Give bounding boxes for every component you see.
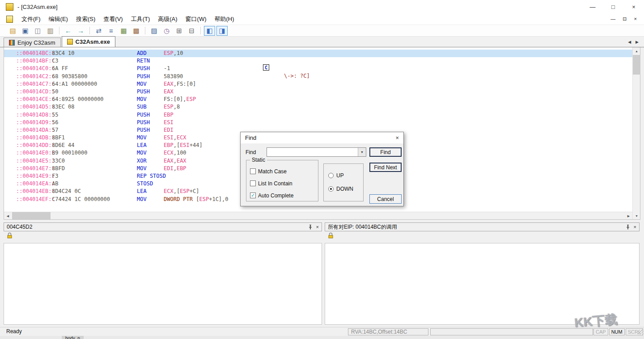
mnemonic: PUSH <box>137 126 150 134</box>
radio-down[interactable]: DOWN <box>324 182 363 196</box>
disasm-row[interactable]: ::004014C7::64:A1 00000000MOVEAX,FS:[0] <box>4 80 632 88</box>
mnemonic: PUSH <box>137 111 150 119</box>
radio-circle[interactable] <box>328 186 334 192</box>
tabbar: Enjoy C32asmC32Asm.exe ◀ ▶ <box>0 37 644 47</box>
opcode-bytes: 8D4C24 0C <box>52 188 81 195</box>
disasm-row[interactable]: ::004014D8::55PUSHEBP <box>4 111 632 119</box>
disasm-row[interactable]: ::004014D5::83EC 08SUBESP,8 <box>4 103 632 111</box>
tab-prev-icon[interactable]: ◀ <box>628 40 631 44</box>
maximize-button[interactable]: □ <box>603 0 623 13</box>
toolbar-chart-icon[interactable]: ▨ <box>148 26 160 36</box>
toolbar-list-icon[interactable]: ≡ <box>106 26 117 36</box>
pin-icon[interactable] <box>626 225 630 230</box>
close-icon[interactable]: × <box>316 224 319 230</box>
tab-c32asm-exe[interactable]: C32Asm.exe <box>62 36 115 47</box>
find-input[interactable] <box>267 148 358 156</box>
opcode-bytes: 50 <box>52 88 58 96</box>
scroll-down-icon[interactable]: ▼ <box>633 212 640 219</box>
close-button[interactable]: × <box>623 0 644 13</box>
tab-nav: ◀ ▶ <box>628 40 644 44</box>
menu-item[interactable]: 工具(T) <box>127 13 154 25</box>
disasm-row[interactable]: ::004014CD::50PUSHEAX <box>4 88 632 96</box>
checkbox-list-in-contain[interactable]: List In Contain <box>246 177 318 189</box>
mdi-close-button[interactable]: × <box>634 16 637 22</box>
disasm-row[interactable]: ::004014C0::6A FFPUSH-1 <box>4 65 632 72</box>
scroll-right-icon[interactable]: ▶ <box>625 212 632 220</box>
mdi-minimize-button[interactable]: — <box>610 16 615 22</box>
toolbar-save-icon[interactable]: ▣ <box>20 26 31 36</box>
pin-icon[interactable] <box>308 225 313 230</box>
checkbox-auto-complete[interactable]: ✓Auto Complete <box>246 189 318 201</box>
dialog-close-icon[interactable]: × <box>395 134 399 141</box>
menu-item[interactable]: 编辑(E) <box>45 13 72 25</box>
toolbar-open-icon[interactable]: ▤ <box>7 26 18 36</box>
dialog-titlebar[interactable]: Find × <box>241 132 403 143</box>
checkbox-list: Match CaseList In Contain✓Auto Complete <box>246 165 318 201</box>
menu-item[interactable]: 文件(F) <box>17 13 45 25</box>
menu-item[interactable]: 查看(V) <box>99 13 127 25</box>
dock-content[interactable] <box>4 243 322 325</box>
menu-item[interactable]: 搜索(S) <box>72 13 99 25</box>
find-button[interactable]: Find <box>369 147 402 157</box>
radio-up[interactable]: UP <box>324 169 363 182</box>
toolbar-hex-view-icon[interactable]: ▦ <box>118 26 129 36</box>
minimize-button[interactable]: — <box>582 0 603 13</box>
toolbar-panel-icon[interactable]: ⊟ <box>186 26 197 36</box>
mnemonic: MOV <box>137 96 147 103</box>
vertical-scrollbar[interactable]: ▲ ▼ <box>632 47 640 219</box>
checkbox-box[interactable]: ✓ <box>250 193 256 198</box>
direction-group: UPDOWN <box>323 163 364 201</box>
toolbar-stamp-icon[interactable]: ▥ <box>45 26 56 36</box>
disasm-row[interactable]: ::004014D9::56PUSHESI <box>4 119 632 126</box>
toolbar-split-horizontal-icon[interactable]: ◧ <box>204 26 215 36</box>
cancel-button[interactable]: Cancel <box>369 194 402 204</box>
dock-header[interactable]: 004C45D2 × <box>4 222 322 231</box>
resize-grip[interactable] <box>638 330 644 335</box>
address: ::004014D8:: <box>16 111 55 119</box>
toolbar-fill-icon[interactable]: ▩ <box>131 26 142 36</box>
mdi-restore-button[interactable]: ⊡ <box>623 16 627 22</box>
partial-text: body_n <box>62 336 84 339</box>
radio-circle[interactable] <box>328 173 334 178</box>
combo-dropdown-icon[interactable]: ▼ <box>358 148 366 156</box>
toolbar-forward-icon[interactable]: → <box>75 26 86 36</box>
toolbar-goto-icon[interactable]: ⇄ <box>93 26 104 36</box>
operands: EDI,EBP <box>164 165 186 172</box>
menu-item[interactable]: 高级(A) <box>154 13 181 25</box>
disasm-row[interactable]: ::004014C2::68 90385800PUSH583890 <box>4 73 632 80</box>
opcode-bytes: AB <box>52 180 58 188</box>
checkbox-match-case[interactable]: Match Case <box>246 165 318 177</box>
find-combobox[interactable]: ▼ <box>267 147 366 157</box>
opcode-bytes: 8BFD <box>52 165 65 172</box>
menu-item[interactable]: 窗口(W) <box>182 13 211 25</box>
horizontal-scrollbar[interactable]: ◀ ▶ <box>4 212 632 219</box>
menu-item[interactable]: 帮助(H) <box>211 13 238 25</box>
scroll-up-icon[interactable]: ▲ <box>633 47 640 54</box>
toolbar-split-vertical-icon[interactable]: ◨ <box>216 26 228 36</box>
tab-enjoy-c32asm[interactable]: Enjoy C32asm <box>4 38 61 47</box>
close-icon[interactable]: × <box>634 224 636 230</box>
toolbar-clock-icon[interactable]: ◷ <box>161 26 172 36</box>
radio-label: UP <box>336 172 344 179</box>
disasm-row[interactable]: ::004014CE::64:8925 00000000MOVFS:[0],ES… <box>4 96 632 103</box>
rva-offset-text: RVA:14BC,Offset:14BC <box>351 329 407 335</box>
find-next-button[interactable]: Find Next <box>369 163 402 172</box>
horizontal-scroll-thumb[interactable] <box>12 212 51 219</box>
vertical-scroll-thumb[interactable] <box>633 55 640 75</box>
toolbar-back-icon[interactable]: ← <box>63 26 74 36</box>
checkbox-box[interactable] <box>250 168 256 174</box>
toolbar-copy-icon[interactable]: ◫ <box>32 26 43 36</box>
mnemonic: MOV <box>137 134 147 142</box>
dock-header[interactable]: 所有对EIP: 004014BC的调用 × <box>325 222 640 231</box>
toolbar-calc-icon[interactable]: ⊞ <box>174 26 185 36</box>
disasm-row[interactable]: ::004014BC::83C4 10ADDESP,10 <box>4 50 632 57</box>
disasm-row[interactable]: ::004014BF::C3RETN <box>4 57 632 65</box>
checkbox-box[interactable] <box>250 180 256 186</box>
tab-next-icon[interactable]: ▶ <box>636 40 639 44</box>
operands: EBP <box>164 111 174 119</box>
lock-row <box>4 231 322 241</box>
dock-content[interactable] <box>325 243 640 325</box>
mnemonic: PUSH <box>137 119 150 126</box>
scroll-left-icon[interactable]: ◀ <box>4 212 12 220</box>
operands: ESP,8 <box>164 103 180 111</box>
